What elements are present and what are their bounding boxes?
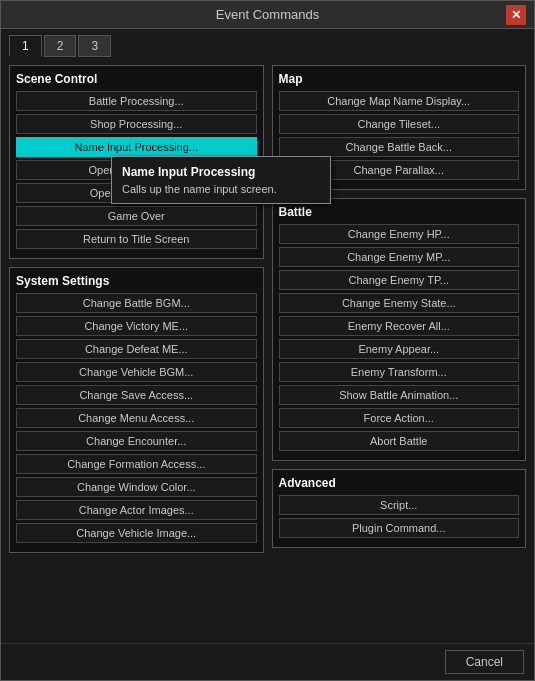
scene-control-title: Scene Control bbox=[16, 72, 257, 86]
btn-change-save-access[interactable]: Change Save Access... bbox=[16, 385, 257, 405]
btn-enemy-appear[interactable]: Enemy Appear... bbox=[279, 339, 520, 359]
main-content: Scene Control Battle Processing... Shop … bbox=[1, 57, 534, 643]
map-title: Map bbox=[279, 72, 520, 86]
btn-name-input-processing[interactable]: Name Input Processing... bbox=[16, 137, 257, 157]
btn-show-battle-animation[interactable]: Show Battle Animation... bbox=[279, 385, 520, 405]
close-button[interactable]: ✕ bbox=[506, 5, 526, 25]
tab-3[interactable]: 3 bbox=[78, 35, 111, 57]
battle-title: Battle bbox=[279, 205, 520, 219]
window-title: Event Commands bbox=[29, 7, 506, 22]
tab-bar: 1 2 3 bbox=[1, 29, 534, 57]
titlebar: Event Commands ✕ bbox=[1, 1, 534, 29]
btn-change-enemy-mp[interactable]: Change Enemy MP... bbox=[279, 247, 520, 267]
btn-change-enemy-tp[interactable]: Change Enemy TP... bbox=[279, 270, 520, 290]
btn-change-defeat-me[interactable]: Change Defeat ME... bbox=[16, 339, 257, 359]
btn-change-enemy-hp[interactable]: Change Enemy HP... bbox=[279, 224, 520, 244]
battle-section: Battle Change Enemy HP... Change Enemy M… bbox=[272, 198, 527, 461]
tab-1[interactable]: 1 bbox=[9, 35, 42, 57]
btn-enemy-transform[interactable]: Enemy Transform... bbox=[279, 362, 520, 382]
system-settings-title: System Settings bbox=[16, 274, 257, 288]
btn-change-tileset[interactable]: Change Tileset... bbox=[279, 114, 520, 134]
btn-battle-processing[interactable]: Battle Processing... bbox=[16, 91, 257, 111]
btn-abort-battle[interactable]: Abort Battle bbox=[279, 431, 520, 451]
btn-change-vehicle-bgm[interactable]: Change Vehicle BGM... bbox=[16, 362, 257, 382]
btn-enemy-recover-all[interactable]: Enemy Recover All... bbox=[279, 316, 520, 336]
btn-change-actor-images[interactable]: Change Actor Images... bbox=[16, 500, 257, 520]
btn-change-battle-back[interactable]: Change Battle Back... bbox=[279, 137, 520, 157]
advanced-section: Advanced Script... Plugin Command... bbox=[272, 469, 527, 548]
tab-2[interactable]: 2 bbox=[44, 35, 77, 57]
btn-force-action[interactable]: Force Action... bbox=[279, 408, 520, 428]
btn-change-victory-me[interactable]: Change Victory ME... bbox=[16, 316, 257, 336]
btn-change-battle-bgm[interactable]: Change Battle BGM... bbox=[16, 293, 257, 313]
event-commands-window: Event Commands ✕ 1 2 3 Scene Control Bat… bbox=[0, 0, 535, 681]
btn-game-over[interactable]: Game Over bbox=[16, 206, 257, 226]
btn-return-to-title[interactable]: Return to Title Screen bbox=[16, 229, 257, 249]
btn-change-enemy-state[interactable]: Change Enemy State... bbox=[279, 293, 520, 313]
btn-change-window-color[interactable]: Change Window Color... bbox=[16, 477, 257, 497]
btn-change-menu-access[interactable]: Change Menu Access... bbox=[16, 408, 257, 428]
btn-plugin-command[interactable]: Plugin Command... bbox=[279, 518, 520, 538]
btn-change-encounter[interactable]: Change Encounter... bbox=[16, 431, 257, 451]
btn-change-map-name[interactable]: Change Map Name Display... bbox=[279, 91, 520, 111]
btn-script[interactable]: Script... bbox=[279, 495, 520, 515]
cancel-button[interactable]: Cancel bbox=[445, 650, 524, 674]
footer: Cancel bbox=[1, 643, 534, 680]
btn-shop-processing[interactable]: Shop Processing... bbox=[16, 114, 257, 134]
btn-change-vehicle-image[interactable]: Change Vehicle Image... bbox=[16, 523, 257, 543]
right-column: Map Change Map Name Display... Change Ti… bbox=[272, 65, 527, 635]
btn-change-formation-access[interactable]: Change Formation Access... bbox=[16, 454, 257, 474]
system-settings-section: System Settings Change Battle BGM... Cha… bbox=[9, 267, 264, 553]
tooltip-title: Name Input Processing bbox=[122, 165, 320, 179]
advanced-title: Advanced bbox=[279, 476, 520, 490]
name-input-tooltip: Name Input Processing Calls up the name … bbox=[111, 156, 331, 204]
tooltip-text: Calls up the name input screen. bbox=[122, 183, 320, 195]
left-column: Scene Control Battle Processing... Shop … bbox=[9, 65, 264, 635]
